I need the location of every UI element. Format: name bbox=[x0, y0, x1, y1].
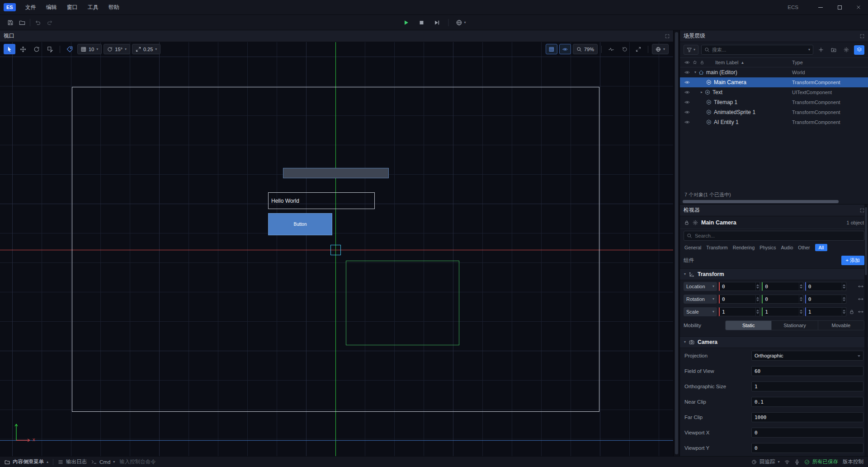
output-log-button[interactable]: 输出日志 bbox=[58, 458, 87, 465]
add-entity-button[interactable] bbox=[816, 45, 826, 55]
expand-panel-icon[interactable] bbox=[860, 208, 864, 213]
camera-section-header[interactable]: ▾ Camera bbox=[680, 336, 868, 348]
value-stepper[interactable] bbox=[799, 308, 803, 316]
expand-panel-icon[interactable] bbox=[860, 34, 864, 38]
rotation-y-input[interactable]: 0 bbox=[762, 295, 803, 304]
value-stepper[interactable] bbox=[755, 295, 760, 303]
inspector-search-input[interactable] bbox=[695, 233, 861, 238]
orthographic-size-input[interactable]: 1 bbox=[751, 381, 863, 391]
stats-button[interactable] bbox=[605, 44, 617, 54]
value-stepper[interactable] bbox=[755, 308, 760, 316]
expand-panel-icon[interactable] bbox=[665, 34, 670, 38]
lock-column-icon[interactable] bbox=[700, 60, 704, 65]
rotation-z-input[interactable]: 0 bbox=[805, 295, 846, 304]
mobility-movable[interactable]: Movable bbox=[818, 321, 864, 330]
column-item-label[interactable]: Item Label bbox=[715, 60, 738, 65]
scale-z-input[interactable]: 1 bbox=[805, 307, 846, 316]
mobility-static[interactable]: Static bbox=[726, 321, 771, 330]
value-stepper[interactable] bbox=[842, 282, 846, 291]
hierarchy-row-main-camera[interactable]: Main Camera TransformComponent bbox=[680, 77, 868, 87]
location-y-input[interactable]: 0 bbox=[762, 282, 803, 291]
value-stepper[interactable] bbox=[755, 282, 760, 291]
reset-view-button[interactable] bbox=[619, 44, 631, 54]
content-drawer-button[interactable]: 内容侧滑菜单 ▴ bbox=[5, 458, 48, 465]
add-folder-button[interactable] bbox=[829, 45, 839, 55]
viewport-x-input[interactable]: 0 bbox=[751, 428, 863, 438]
hierarchy-view-button[interactable] bbox=[854, 45, 864, 55]
visibility-toggle[interactable] bbox=[680, 110, 693, 115]
menu-file[interactable]: 文件 bbox=[20, 0, 41, 14]
scene-canvas[interactable]: 10 ▾ 15° ▾ 0.25 ▾ bbox=[0, 42, 673, 456]
open-button[interactable] bbox=[16, 17, 28, 28]
scale-y-input[interactable]: 1 bbox=[762, 307, 803, 316]
show-grid-toggle[interactable] bbox=[546, 44, 557, 54]
hierarchy-row-main[interactable]: ▾ main (Editor) World bbox=[680, 67, 868, 77]
tab-physics[interactable]: Physics bbox=[760, 245, 776, 250]
lock-scale-icon[interactable] bbox=[848, 309, 855, 315]
trace-dropdown[interactable]: 回追踪 ▾ bbox=[751, 458, 780, 465]
grid-snap-dropdown[interactable]: 10 ▾ bbox=[77, 44, 102, 54]
column-type[interactable]: Type bbox=[792, 60, 868, 65]
console-command-input[interactable]: 输入控制台命令 bbox=[119, 458, 156, 465]
menu-help[interactable]: 帮助 bbox=[104, 0, 124, 14]
scrollbar-thumb[interactable] bbox=[865, 207, 867, 275]
scene-button[interactable]: Button bbox=[268, 213, 332, 235]
mobility-stationary[interactable]: Stationary bbox=[771, 321, 817, 330]
chevron-down-icon[interactable]: ▾ bbox=[694, 71, 696, 74]
hierarchy-settings-button[interactable] bbox=[841, 45, 851, 55]
redo-button[interactable] bbox=[44, 17, 56, 28]
projection-dropdown[interactable]: Orthographic bbox=[751, 351, 863, 361]
save-button[interactable] bbox=[5, 17, 16, 28]
scene-slider[interactable] bbox=[283, 168, 389, 178]
hierarchy-search-input[interactable] bbox=[712, 47, 806, 52]
zoom-control[interactable]: 79% bbox=[573, 44, 598, 54]
visibility-toggle[interactable] bbox=[680, 70, 693, 75]
tab-other[interactable]: Other bbox=[798, 245, 810, 250]
visibility-toggle[interactable] bbox=[680, 119, 693, 125]
hierarchy-row-text[interactable]: ▸ Text UITextComponent bbox=[680, 87, 868, 97]
scrollbar-thumb[interactable] bbox=[683, 200, 839, 203]
maximize-button[interactable] bbox=[830, 0, 849, 15]
value-stepper[interactable] bbox=[842, 308, 846, 316]
link-axes-icon[interactable] bbox=[857, 309, 864, 315]
selection-gizmo[interactable] bbox=[330, 245, 341, 255]
visibility-toggle[interactable] bbox=[680, 90, 693, 95]
inspector-scrollbar[interactable] bbox=[864, 205, 868, 456]
scale-x-input[interactable]: 1 bbox=[719, 307, 760, 316]
rotation-mode-dropdown[interactable]: Rotation ▾ bbox=[684, 295, 717, 304]
menu-tools[interactable]: 工具 bbox=[83, 0, 104, 14]
microphone-button[interactable] bbox=[794, 459, 800, 465]
viewport-y-input[interactable]: 0 bbox=[751, 443, 863, 453]
link-axes-icon[interactable] bbox=[857, 296, 864, 302]
value-stepper[interactable] bbox=[799, 295, 803, 303]
rotation-snap-dropdown[interactable]: 15° ▾ bbox=[104, 44, 130, 54]
sprite-bounds[interactable] bbox=[346, 261, 459, 345]
scene-text-field[interactable]: Hello World bbox=[268, 192, 375, 209]
add-component-button[interactable]: + 添加 bbox=[841, 256, 864, 265]
network-status-button[interactable] bbox=[784, 459, 790, 465]
scale-snap-dropdown[interactable]: 0.25 ▾ bbox=[132, 44, 160, 54]
edit-tool-button[interactable] bbox=[44, 44, 56, 54]
near-clip-input[interactable]: 0.1 bbox=[751, 397, 863, 407]
rotate-tool-button[interactable] bbox=[31, 44, 42, 54]
version-control-button[interactable]: 版本控制 bbox=[843, 458, 863, 465]
hierarchy-search[interactable]: ▾ bbox=[701, 45, 813, 55]
scrollbar-thumb[interactable] bbox=[675, 32, 678, 454]
show-gizmos-toggle[interactable] bbox=[559, 44, 571, 54]
field-of-view-input[interactable]: 60 bbox=[751, 366, 863, 376]
close-button[interactable] bbox=[849, 0, 868, 15]
viewport-scrollbar[interactable] bbox=[673, 30, 679, 456]
hierarchy-row-tilemap[interactable]: Tilemap 1 TransformComponent bbox=[680, 97, 868, 107]
world-view-dropdown[interactable]: ▾ bbox=[652, 44, 669, 54]
undo-button[interactable] bbox=[32, 17, 44, 28]
filter-button[interactable]: ▾ bbox=[684, 45, 698, 55]
gear-icon[interactable] bbox=[693, 220, 698, 225]
value-stepper[interactable] bbox=[799, 282, 803, 291]
minimize-button[interactable] bbox=[811, 0, 830, 15]
inspector-search[interactable] bbox=[684, 231, 864, 241]
tab-audio[interactable]: Audio bbox=[781, 245, 793, 250]
stop-button[interactable] bbox=[415, 17, 427, 28]
chevron-down-icon[interactable]: ▾ bbox=[808, 48, 810, 52]
scale-mode-dropdown[interactable]: Scale ▾ bbox=[684, 307, 717, 316]
favorite-column-icon[interactable] bbox=[693, 60, 697, 65]
